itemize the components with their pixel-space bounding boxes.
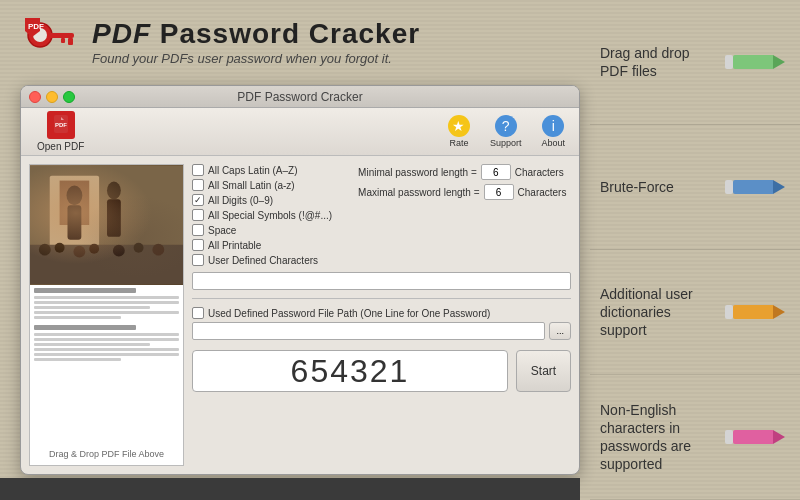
main-window: PDF Password Cracker PDF Open PDF ★ Rate <box>20 85 580 475</box>
pdf-preview-image <box>30 165 183 285</box>
file-path-checkbox-box[interactable] <box>192 307 204 319</box>
checkboxes-group: All Caps Latin (A–Z) All Small Latin (a-… <box>192 164 332 266</box>
feature-non-english-text: Non-English characters in passwords are … <box>600 401 715 474</box>
pdf-text-line <box>34 288 136 293</box>
app-title-block: PDF Password Cracker Found your PDFs use… <box>92 19 420 67</box>
checkbox-all-special-box[interactable] <box>192 209 204 221</box>
checkbox-user-defined-box[interactable] <box>192 254 204 266</box>
window-minimize-button[interactable] <box>46 91 58 103</box>
toolbar-left: PDF Open PDF <box>29 107 92 156</box>
pdf-text-line <box>34 333 179 336</box>
svg-rect-17 <box>30 245 183 284</box>
user-defined-chars-input[interactable] <box>192 272 571 290</box>
controls-panel: All Caps Latin (A–Z) All Small Latin (a-… <box>192 164 571 466</box>
browse-button[interactable]: ... <box>549 322 571 340</box>
svg-rect-4 <box>61 38 65 43</box>
pdf-preview-content <box>30 165 183 447</box>
start-button[interactable]: Start <box>516 350 571 392</box>
maximal-length-unit: Characters <box>518 187 567 198</box>
file-path-section: Used Defined Password File Path (One Lin… <box>192 307 571 340</box>
file-path-checkbox-row[interactable]: Used Defined Password File Path (One Lin… <box>192 307 571 319</box>
rate-label: Rate <box>449 138 468 148</box>
svg-point-24 <box>152 244 164 256</box>
maximal-length-input[interactable] <box>484 184 514 200</box>
pdf-drag-label: Drag & Drop PDF File Above <box>47 447 166 461</box>
checkbox-space-label: Space <box>208 225 236 236</box>
checkbox-all-small[interactable]: All Small Latin (a-z) <box>192 179 332 191</box>
toolbar-right: ★ Rate ? Support i About <box>442 113 571 150</box>
file-path-input[interactable] <box>192 322 545 340</box>
minimal-length-input[interactable] <box>481 164 511 180</box>
checkbox-all-digits[interactable]: All Digits (0–9) <box>192 194 332 206</box>
password-length-section: Minimal password length = Characters Max… <box>348 164 566 266</box>
pdf-text-line <box>34 325 136 330</box>
checkbox-all-caps-box[interactable] <box>192 164 204 176</box>
window-maximize-button[interactable] <box>63 91 75 103</box>
rate-button[interactable]: ★ Rate <box>442 113 476 150</box>
pdf-text-line <box>34 348 179 351</box>
pencil-green-icon <box>725 55 785 69</box>
svg-point-23 <box>134 243 144 253</box>
checkbox-all-special[interactable]: All Special Symbols (!@#...) <box>192 209 332 221</box>
pdf-text-line <box>34 338 179 341</box>
minimal-length-label: Minimal password length = <box>358 167 477 178</box>
pencil-pink-icon <box>725 430 785 444</box>
support-icon: ? <box>495 115 517 137</box>
checkbox-all-printable[interactable]: All Printable <box>192 239 332 251</box>
maximal-length-label: Maximal password length = <box>358 187 479 198</box>
support-button[interactable]: ? Support <box>484 113 528 150</box>
pdf-text-line <box>34 301 179 304</box>
feature-dictionaries-text: Additional user dictionaries support <box>600 285 715 340</box>
window-titlebar: PDF Password Cracker <box>21 86 579 108</box>
feature-dictionaries: Additional user dictionaries support <box>590 250 800 375</box>
pencil-green-wrap <box>725 55 785 69</box>
pdf-text-line <box>34 358 121 361</box>
svg-rect-3 <box>68 38 73 45</box>
open-pdf-label: Open PDF <box>37 141 84 152</box>
checkbox-user-defined[interactable]: User Defined Characters <box>192 254 332 266</box>
checkbox-all-caps[interactable]: All Caps Latin (A–Z) <box>192 164 332 176</box>
rate-icon: ★ <box>448 115 470 137</box>
pdf-preview-panel: Drag & Drop PDF File Above <box>29 164 184 466</box>
app-subtitle: Found your PDFs user password when you f… <box>92 51 420 66</box>
checkbox-all-special-label: All Special Symbols (!@#...) <box>208 210 332 221</box>
about-icon: i <box>542 115 564 137</box>
checkbox-all-digits-label: All Digits (0–9) <box>208 195 273 206</box>
feature-drag-drop: Drag and drop PDF files <box>590 0 800 125</box>
open-pdf-button[interactable]: PDF Open PDF <box>29 107 92 156</box>
checkbox-all-caps-label: All Caps Latin (A–Z) <box>208 165 297 176</box>
file-path-checkbox-label: Used Defined Password File Path (One Lin… <box>208 308 490 319</box>
password-display-row: 654321 Start <box>192 350 571 392</box>
checkbox-all-small-label: All Small Latin (a-z) <box>208 180 295 191</box>
open-pdf-icon: PDF <box>47 111 75 139</box>
checkbox-space[interactable]: Space <box>192 224 332 236</box>
bottom-bar <box>0 478 580 500</box>
svg-point-15 <box>107 182 121 200</box>
checkbox-all-small-box[interactable] <box>192 179 204 191</box>
pdf-text-line <box>34 296 179 299</box>
svg-text:PDF: PDF <box>28 22 44 31</box>
title-pdf: PDF <box>92 18 151 49</box>
svg-point-22 <box>113 245 125 257</box>
svg-rect-16 <box>107 199 121 237</box>
checkbox-all-digits-box[interactable] <box>192 194 204 206</box>
svg-point-18 <box>39 244 51 256</box>
svg-point-21 <box>89 244 99 254</box>
app-header: PDF PDF Password Cracker Found your PDFs… <box>0 0 580 85</box>
file-path-input-row: ... <box>192 322 571 340</box>
svg-point-19 <box>55 243 65 253</box>
checkbox-all-printable-box[interactable] <box>192 239 204 251</box>
pdf-text-line <box>34 316 121 319</box>
support-label: Support <box>490 138 522 148</box>
pdf-text-line <box>34 306 150 309</box>
pdf-text-line <box>34 353 179 356</box>
app-title: PDF Password Cracker <box>92 19 420 50</box>
pdf-text-line <box>34 311 179 314</box>
checkbox-all-printable-label: All Printable <box>208 240 261 251</box>
svg-text:PDF: PDF <box>55 122 67 128</box>
window-title: PDF Password Cracker <box>237 90 362 104</box>
pencil-blue-wrap <box>725 180 785 194</box>
checkbox-space-box[interactable] <box>192 224 204 236</box>
window-close-button[interactable] <box>29 91 41 103</box>
about-button[interactable]: i About <box>535 113 571 150</box>
